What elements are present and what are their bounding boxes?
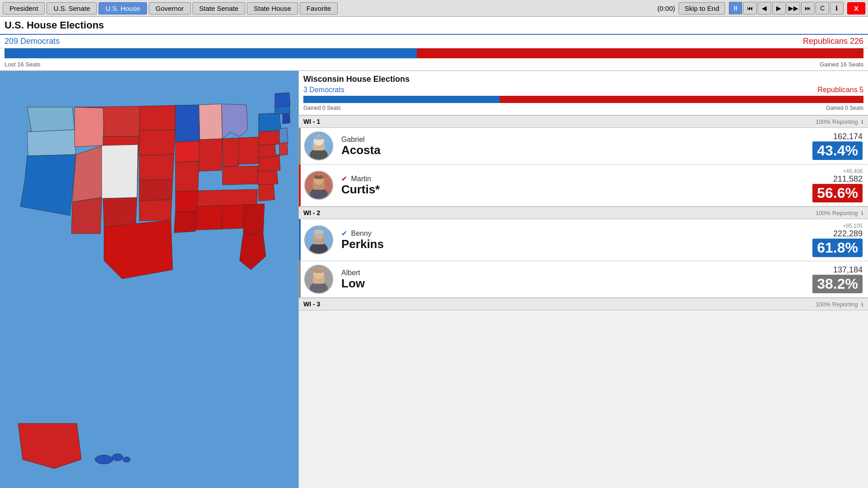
low-pct: 38.2%	[812, 275, 863, 293]
district-header-wi1: WI - 1 100% Reporting ℹ	[299, 115, 868, 128]
perkins-portrait	[304, 225, 333, 254]
wi-dem-bar	[303, 96, 500, 103]
district-id-wi1: WI - 1	[303, 118, 320, 125]
reporting-wi2: 100% Reporting ℹ	[816, 210, 863, 216]
right-panel[interactable]: Wisconsin House Elections 3 Democrats Re…	[298, 71, 868, 488]
us-map-svg	[0, 71, 298, 488]
wi-seats-row: Gained 0 Seats Gained 0 Seats	[303, 105, 863, 111]
low-info: Albert Low	[337, 261, 778, 297]
curtis-votes: +49,408 211,582 56.6%	[778, 164, 868, 206]
svg-marker-26	[239, 137, 260, 164]
low-portrait	[304, 265, 333, 294]
svg-marker-16	[104, 220, 173, 279]
tab-state-house[interactable]: State House	[247, 2, 298, 14]
district-header-wi3: WI - 3 100% Reporting ℹ	[299, 298, 868, 310]
svg-marker-43	[275, 93, 290, 107]
svg-marker-17	[175, 105, 200, 142]
tab-state-senate[interactable]: State Senate	[193, 2, 245, 14]
pause-button[interactable]: ⏸	[729, 2, 742, 14]
wisconsin-title: Wisconsin House Elections	[303, 75, 863, 84]
perkins-last: Perkins	[341, 238, 773, 251]
svg-rect-58	[314, 175, 323, 179]
dem-seats-change: Lost 16 Seats	[5, 61, 41, 68]
svg-marker-4	[75, 107, 104, 147]
info-icon-wi1[interactable]: ℹ	[861, 119, 863, 125]
acosta-avatar	[301, 128, 337, 164]
tab-us-house[interactable]: U.S. House	[99, 2, 147, 14]
play-button[interactable]: ▶	[772, 2, 786, 14]
prev-button[interactable]: ◀	[758, 2, 771, 14]
dem-bar	[5, 48, 417, 58]
curtis-checkmark: ✔	[341, 175, 347, 183]
svg-marker-11	[139, 105, 176, 131]
top-navigation: President U.S. Senate U.S. House Governo…	[0, 0, 868, 17]
svg-marker-18	[175, 141, 200, 162]
district-header-wi2: WI - 2 100% Reporting ℹ	[299, 206, 868, 219]
perkins-avatar	[301, 219, 337, 261]
svg-rect-63	[314, 230, 323, 234]
wisconsin-header: Wisconsin House Elections 3 Democrats Re…	[299, 71, 868, 115]
curtis-portrait	[304, 171, 333, 200]
acosta-votes: 162,174 43.4%	[778, 128, 868, 164]
svg-rect-53	[314, 136, 323, 140]
low-vote-count: 137,184	[833, 265, 863, 275]
fast-forward-button[interactable]: ⏭	[801, 2, 815, 14]
wi-bar	[303, 96, 863, 103]
perkins-votes: +85,105 222,289 61.8%	[778, 219, 868, 261]
candidate-curtis: ✔ Martin Curtis* +49,408 211,582 56.6%	[299, 164, 868, 206]
rep-seats-change: Gained 16 Seats	[820, 61, 863, 68]
svg-marker-44	[102, 145, 138, 198]
svg-marker-2	[27, 130, 76, 156]
step-back-button[interactable]: ⏮	[743, 2, 757, 14]
district-id-wi2: WI - 2	[303, 209, 320, 216]
low-votes: 137,184 38.2%	[778, 261, 868, 297]
curtis-margin: +49,408	[843, 168, 863, 174]
svg-point-48	[123, 457, 130, 462]
next-button[interactable]: ▶▶	[787, 2, 800, 14]
acosta-vote-count: 162,174	[833, 132, 863, 141]
acosta-pct: 43.4%	[812, 141, 863, 160]
seats-change-row: Lost 16 Seats Gained 16 Seats	[0, 60, 868, 71]
info-button[interactable]: ℹ	[830, 2, 844, 14]
svg-marker-29	[196, 206, 222, 230]
svg-marker-12	[139, 130, 175, 155]
svg-point-46	[95, 455, 113, 464]
svg-marker-40	[279, 142, 288, 155]
info-icon-wi3[interactable]: ℹ	[861, 301, 863, 308]
curtis-vote-count: 211,582	[833, 174, 863, 184]
svg-point-47	[112, 454, 123, 461]
tab-us-senate[interactable]: U.S. Senate	[47, 2, 97, 14]
svg-marker-1	[27, 107, 75, 132]
tab-favorite[interactable]: Favorite	[300, 2, 338, 14]
svg-marker-38	[259, 113, 281, 131]
national-progress-bar	[0, 48, 868, 60]
timer-display: (0:00)	[657, 5, 675, 12]
svg-marker-20	[175, 191, 198, 212]
svg-marker-13	[139, 155, 174, 180]
perkins-checkmark: ✔	[341, 230, 347, 237]
info-icon-wi2[interactable]: ℹ	[861, 210, 863, 216]
close-button[interactable]: X	[847, 2, 865, 14]
svg-marker-21	[174, 211, 197, 233]
svg-marker-31	[243, 204, 264, 235]
svg-marker-28	[197, 189, 258, 206]
svg-marker-23	[199, 139, 222, 171]
main-content: Wisconsin House Elections 3 Democrats Re…	[0, 71, 868, 488]
page-header: U.S. House Elections	[0, 17, 868, 35]
wi-dem-gained: Gained 0 Seats	[303, 105, 341, 111]
svg-marker-6	[71, 197, 102, 234]
rep-bar	[417, 48, 863, 58]
perkins-first: ✔ Benny	[341, 229, 773, 238]
tab-president[interactable]: President	[3, 2, 45, 14]
svg-marker-14	[139, 179, 173, 201]
svg-marker-15	[139, 200, 172, 221]
perkins-pct: 61.8%	[812, 239, 863, 257]
tab-governor[interactable]: Governor	[149, 2, 191, 14]
svg-marker-22	[199, 104, 222, 140]
skip-to-end-button[interactable]: Skip to End	[679, 2, 725, 14]
curtis-first: ✔ Martin	[341, 174, 773, 183]
candidate-low: Albert Low 137,184 38.2%	[299, 261, 868, 298]
svg-marker-33	[259, 183, 275, 201]
svg-marker-19	[175, 161, 199, 192]
reset-button[interactable]: C	[816, 2, 829, 14]
